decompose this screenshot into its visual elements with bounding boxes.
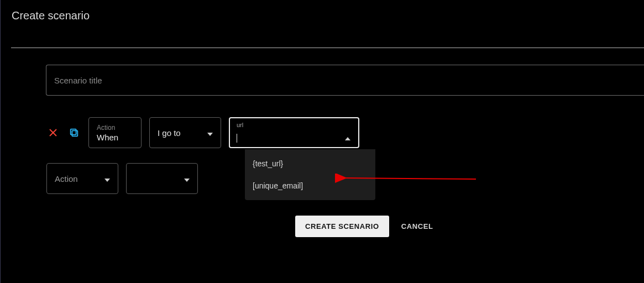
- scenario-title-field[interactable]: [46, 65, 644, 96]
- url-combobox[interactable]: url: [229, 117, 359, 148]
- create-scenario-button[interactable]: CREATE SCENARIO: [295, 216, 389, 237]
- delete-step-button[interactable]: [46, 126, 60, 139]
- divider: [11, 48, 644, 48]
- svg-rect-2: [72, 130, 77, 136]
- add-verb-select[interactable]: [126, 163, 198, 194]
- svg-rect-3: [71, 129, 76, 135]
- url-input[interactable]: [237, 129, 352, 138]
- scenario-title-input[interactable]: [54, 76, 636, 85]
- copy-icon: [69, 128, 79, 138]
- add-action-placeholder: Action: [55, 174, 78, 184]
- copy-step-button[interactable]: [67, 126, 81, 139]
- close-icon: [49, 128, 57, 137]
- url-options-dropdown[interactable]: {test_url} [unique_email]: [245, 149, 375, 200]
- action-type-label: Action: [97, 124, 118, 132]
- chevron-down-icon: [184, 174, 190, 184]
- url-field-label: url: [237, 122, 352, 128]
- chevron-up-icon: [345, 133, 350, 142]
- chevron-down-icon: [207, 128, 213, 138]
- url-option[interactable]: [unique_email]: [245, 175, 375, 197]
- verb-value: I go to: [158, 128, 181, 138]
- add-action-select[interactable]: Action: [46, 163, 118, 194]
- action-type-value: When: [97, 133, 118, 142]
- action-type-select[interactable]: Action When: [88, 117, 142, 148]
- text-cursor: [237, 134, 237, 143]
- url-option[interactable]: {test_url}: [245, 153, 375, 175]
- chevron-down-icon: [104, 174, 110, 184]
- page-title: Create scenario: [2, 0, 644, 22]
- cancel-button[interactable]: CANCEL: [401, 222, 433, 230]
- verb-select[interactable]: I go to: [149, 117, 221, 148]
